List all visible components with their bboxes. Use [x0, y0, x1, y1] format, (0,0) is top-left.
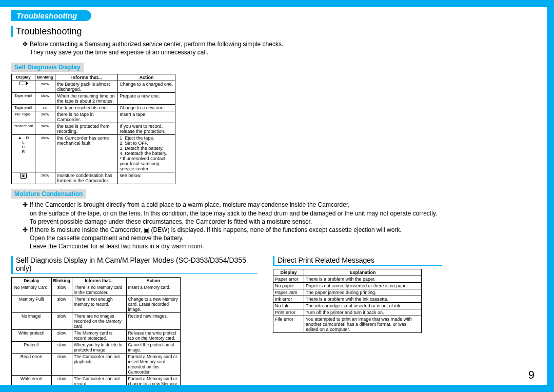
cell: the Battery pack is almost discharged.	[55, 81, 118, 93]
table-row: Tape end!nothe tape reached its end.Chan…	[12, 105, 175, 111]
cell: File error	[273, 316, 304, 332]
table-row: Write protect!slowThe Memory card is rec…	[12, 329, 181, 341]
table-row: Tape end!slowWhen the remaining time on …	[12, 93, 175, 105]
table-row: No image!slowThere are no images recorde…	[12, 312, 181, 329]
intro-line-1: Before contacting a Samsung authorized s…	[30, 40, 283, 48]
cell: Paper is not correctly inserted or there…	[304, 282, 421, 289]
page-title: Troubleshooting	[11, 26, 541, 37]
cell: no	[35, 105, 55, 111]
subsection-directprint: Direct Print Related Messages	[273, 256, 442, 266]
cell: Prepare a new one.	[118, 93, 175, 105]
mcam-table: DisplayBlinkingInforms that...Action No …	[11, 277, 181, 393]
cell: Change to a new Memory card. Erase recor…	[126, 296, 180, 312]
cell: ▣	[12, 172, 35, 184]
table-row: Read error!slowThe Camcorder can not pla…	[12, 353, 181, 375]
cell	[12, 81, 35, 93]
cell: slow	[35, 135, 55, 172]
cell: moisture condensation has formed in the …	[55, 172, 118, 184]
cell: Insert a Memory card.	[126, 284, 180, 296]
table-row: ▣slowmoisture condensation has formed in…	[12, 172, 175, 184]
col-header: Blinking	[51, 277, 72, 284]
directprint-table: DisplayExplanation Paper errorThere is a…	[273, 269, 422, 333]
cell: The paper jammed during printing.	[304, 289, 421, 296]
table-row: Protect!slowWhen you try to delete to pr…	[12, 341, 181, 353]
cell: Change to a charged one.	[118, 81, 175, 93]
cell: When the remaining time on the tape is a…	[55, 93, 118, 105]
col-header: Display	[12, 74, 35, 81]
moisture-block: ✤If the Camcorder is brought directly fr…	[23, 201, 541, 250]
mc-line: on the surface of the tape, or on the le…	[30, 209, 437, 218]
cell: Protect!	[12, 341, 52, 353]
mc-line: If the Camcorder is brought directly fro…	[30, 201, 350, 209]
cell: ▲…DLCR	[12, 135, 35, 172]
cell: No paper	[273, 282, 304, 289]
cell: there is no tape in Camcorder.	[55, 111, 118, 123]
cell: There are no images recorded on the Memo…	[72, 312, 126, 329]
col-header: Display	[12, 277, 52, 284]
table-row: No paperPaper is not correctly inserted …	[273, 282, 422, 289]
cell: slow	[51, 284, 72, 296]
table-row: slowthe Battery pack is almost discharge…	[12, 81, 175, 93]
cell: The Memory card is record protected.	[72, 329, 126, 341]
cell: Read error!	[12, 353, 52, 375]
cell: slow	[51, 353, 72, 375]
table-row: Protection!slowthe tape is protected fro…	[12, 123, 175, 135]
table-row: File errorYou attempted to print an imag…	[273, 316, 422, 332]
cell: slow	[35, 93, 55, 105]
dew-icon: ▣	[20, 173, 27, 179]
cell: see below.	[118, 172, 175, 184]
table-row: Paper JamThe paper jammed during printin…	[273, 289, 422, 296]
subhead-moisture: Moisture Condensation	[11, 189, 86, 199]
mc-line: Open the cassette compartment and remove…	[30, 234, 184, 242]
cell: the Camcorder has some mechanical fault.	[55, 135, 118, 172]
cell: Format a Memory card or insert Memory ca…	[126, 353, 180, 375]
cell: 1. Eject the tape.2. Set to OFF.3. Detac…	[118, 135, 175, 172]
cell: Paper Jam	[273, 289, 304, 296]
cell: No Ink	[273, 302, 304, 309]
col-header: Blinking	[35, 74, 55, 81]
page-number: 9	[528, 368, 535, 382]
col-header: Display	[273, 269, 304, 276]
cell: slow	[35, 123, 55, 135]
col-header: Explanation	[304, 269, 421, 276]
cell: No image!	[12, 312, 52, 329]
cell: slow	[51, 341, 72, 353]
cell: slow	[51, 296, 72, 312]
table-row: Write error!slowThe Camcorder can not re…	[12, 375, 181, 392]
table-row: Paper errorThere is a problem with the p…	[273, 276, 422, 282]
cell: Write protect!	[12, 329, 52, 341]
table-row: Print errorTurn off the printer and turn…	[273, 309, 422, 316]
cell: When you try to delete to protected imag…	[72, 341, 126, 353]
cell: slow	[35, 172, 55, 184]
cell: the tape reached its end.	[55, 105, 118, 111]
cell: The Camcorder can not record.	[72, 375, 126, 392]
table-row: Memory Full!slowThere is not enough memo…	[12, 296, 181, 312]
intro-line-2: They may save you the time and expense o…	[30, 48, 208, 56]
cell: No Memory Card!	[12, 284, 52, 296]
cell: Memory Full!	[12, 296, 52, 312]
cell: No Tape!	[12, 111, 35, 123]
cell: slow	[51, 375, 72, 392]
mc-line: Leave the Camcorder for at least two hou…	[30, 242, 204, 250]
cell: If you want to record, release the prote…	[118, 123, 175, 135]
cell: slow	[35, 111, 55, 123]
cell: slow	[51, 312, 72, 329]
table-row: No Memory Card!slowThere is no Memory ca…	[12, 284, 181, 296]
cell: Change to a new one.	[118, 105, 175, 111]
cell: Ink error	[273, 296, 304, 302]
table-row: Ink errorThere is a problem with the ink…	[273, 296, 422, 302]
cell: Release the write protect tab on the Mem…	[126, 329, 180, 341]
col-header: Informs that...	[55, 74, 118, 81]
cell: Protection!	[12, 123, 35, 135]
cell: the tape is protected from recording.	[55, 123, 118, 135]
cell: Cancel the protection of image.	[126, 341, 180, 353]
subhead-self-diag: Self Diagnosis Display	[11, 63, 84, 72]
cell: slow	[35, 81, 55, 93]
mc-line: If there is moisture inside the Camcorde…	[30, 226, 402, 234]
cell: There is a problem with the paper.	[304, 276, 421, 282]
col-header: Action	[118, 74, 175, 81]
cell: The ink cartridge is not inserted or is …	[304, 302, 421, 309]
col-header: Informs that...	[72, 277, 126, 284]
cell: Print error	[273, 309, 304, 316]
table-row: No Tape!slowthere is no tape in Camcorde…	[12, 111, 175, 123]
